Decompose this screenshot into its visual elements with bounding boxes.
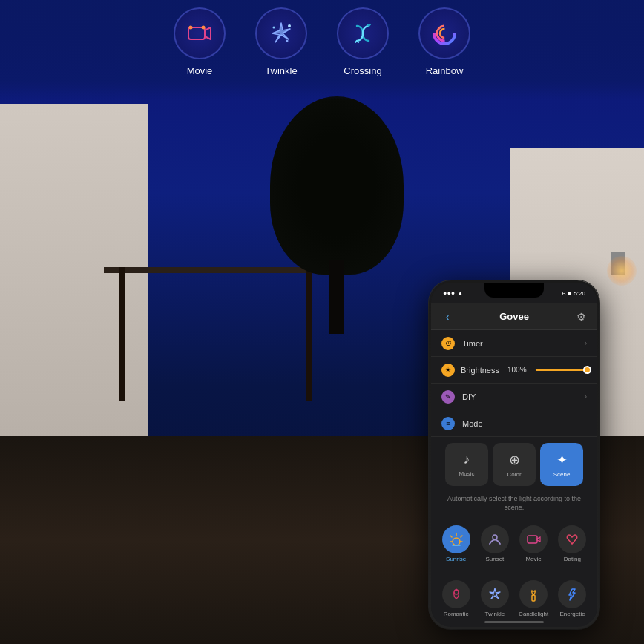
movie-scene-icon-circle (519, 525, 548, 553)
lamp-glow (607, 256, 637, 286)
rainbow-svg-icon (429, 18, 460, 49)
crossing-label: Crossing (344, 65, 381, 76)
scene-energetic[interactable]: Energetic (553, 576, 591, 622)
notch (484, 283, 544, 298)
icon-item-movie[interactable]: Movie (174, 7, 226, 76)
twinkle-svg-icon (266, 19, 296, 48)
scene-grid-row2: Romantic Twinkle (431, 571, 597, 626)
energetic-label: Energetic (559, 611, 585, 617)
crossing-svg-icon (348, 19, 378, 48)
movie-scene-label: Movie (525, 556, 541, 562)
movie-icon-circle (174, 7, 226, 59)
timer-icon: ⏱ (441, 337, 455, 350)
candlelight-icon-circle (519, 580, 548, 608)
scene-description: Automatically select the light according… (431, 492, 597, 516)
timer-label: Timer (462, 339, 577, 348)
music-tab-label: Music (459, 470, 475, 477)
movie-scene-svg (525, 531, 542, 548)
status-bar: ●●● ▲ B ■ 5:20 (431, 283, 597, 303)
scene-tab-label: Scene (553, 471, 571, 478)
phone-screen: ●●● ▲ B ■ 5:20 ‹ Govee ⚙ ⏱ (431, 283, 597, 627)
brightness-row: ☀ Brightness 100% (431, 357, 597, 384)
romantic-svg (448, 586, 464, 602)
tree-silhouette (263, 96, 411, 334)
music-tab-icon: ♪ (464, 452, 470, 467)
settings-gear-icon: ⚙ (576, 311, 586, 323)
icon-item-crossing[interactable]: Crossing (337, 7, 389, 76)
brightness-value: 100% (507, 366, 527, 374)
phone-shell: ●●● ▲ B ■ 5:20 ‹ Govee ⚙ ⏱ (429, 280, 599, 629)
svg-point-3 (202, 26, 206, 30)
scene-movie[interactable]: Movie (515, 521, 553, 567)
icon-item-rainbow[interactable]: Rainbow (418, 7, 470, 76)
svg-rect-15 (532, 595, 535, 601)
mode-icon: ≡ (441, 417, 455, 430)
phone-mockup: ●●● ▲ B ■ 5:20 ‹ Govee ⚙ ⏱ (429, 280, 599, 629)
twinkle-scene-svg (487, 586, 503, 602)
back-chevron-icon: ‹ (446, 311, 450, 323)
svg-rect-12 (528, 536, 537, 543)
scene-sunrise[interactable]: Sunrise (437, 521, 475, 567)
crossing-icon-circle (337, 7, 389, 59)
icon-item-twinkle[interactable]: Twinkle (255, 7, 307, 76)
svg-point-4 (288, 24, 291, 27)
diy-menu-item[interactable]: ✎ DIY › (431, 384, 597, 410)
scene-romantic[interactable]: Romantic (437, 576, 475, 622)
status-time: 5:20 (574, 290, 585, 297)
scene-twinkle[interactable]: Twinkle (476, 576, 513, 622)
mode-menu-item[interactable]: ≡ Mode (431, 410, 597, 437)
svg-point-9 (440, 29, 449, 38)
mode-label: Mode (462, 419, 587, 428)
tab-color[interactable]: ⊕ Color (493, 443, 536, 486)
brightness-slider[interactable] (536, 369, 587, 371)
sunset-svg (487, 531, 503, 548)
sunrise-svg (448, 531, 464, 548)
brightness-label: Brightness (461, 366, 502, 375)
sunset-label: Sunset (485, 556, 504, 562)
phone-nav-bar: ‹ Govee ⚙ (431, 303, 597, 330)
status-right-icons: B ■ 5:20 (562, 290, 585, 297)
brightness-icon: ☀ (441, 364, 455, 377)
candlelight-svg (525, 586, 542, 602)
movie-svg-icon (184, 18, 215, 49)
timer-menu-item[interactable]: ⏱ Timer › (431, 330, 597, 357)
sunrise-label: Sunrise (446, 556, 466, 562)
dating-label: Dating (564, 556, 581, 562)
timer-chevron-icon: › (585, 339, 587, 347)
home-indicator (484, 621, 544, 623)
candlelight-label: Candlelight (519, 611, 548, 617)
battery-icon: ■ (568, 290, 572, 297)
energetic-svg (564, 586, 580, 602)
svg-point-5 (286, 40, 289, 42)
scene-sunset[interactable]: Sunset (476, 521, 513, 567)
twinkle-icon-circle (255, 7, 307, 59)
dating-icon-circle (558, 525, 586, 553)
mode-tabs-container: ♪ Music ⊕ Color ✦ Scene (431, 437, 597, 492)
sunrise-icon-circle (442, 525, 470, 553)
settings-button[interactable]: ⚙ (574, 309, 588, 324)
tab-scene[interactable]: ✦ Scene (540, 443, 583, 486)
svg-point-6 (273, 27, 275, 29)
diy-icon: ✎ (441, 390, 455, 404)
romantic-label: Romantic (444, 611, 469, 617)
svg-point-10 (453, 538, 460, 545)
svg-point-14 (455, 589, 457, 591)
status-signal: ●●● ▲ (443, 289, 464, 297)
color-tab-label: Color (507, 471, 521, 478)
scene-grid-row1: Sunrise Sunset (431, 516, 597, 571)
twinkle-scene-label: Twinkle (485, 611, 505, 617)
rainbow-icon-circle (418, 7, 470, 59)
nav-title: Govee (499, 311, 529, 322)
svg-point-2 (189, 26, 193, 30)
scene-candlelight[interactable]: Candlelight (515, 576, 553, 622)
tab-music[interactable]: ♪ Music (445, 443, 488, 486)
scene-dating[interactable]: Dating (553, 521, 591, 567)
back-button[interactable]: ‹ (440, 309, 455, 324)
diy-chevron-icon: › (585, 392, 587, 401)
movie-label: Movie (187, 65, 213, 76)
brightness-thumb[interactable] (583, 366, 591, 374)
rainbow-label: Rainbow (426, 65, 464, 76)
twinkle-label: Twinkle (265, 65, 297, 76)
diy-label: DIY (462, 392, 577, 401)
sunset-icon-circle (481, 525, 509, 553)
